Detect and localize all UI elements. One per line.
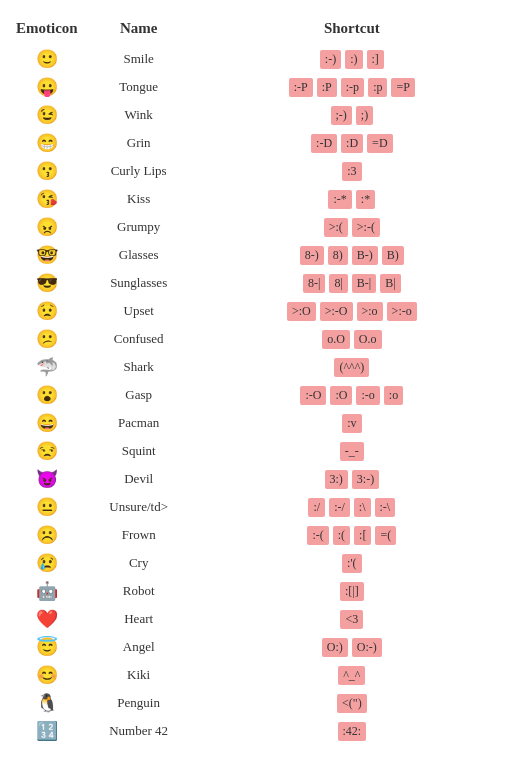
shortcut-cell: :-*:*: [194, 185, 510, 213]
shortcut-box: :]: [367, 50, 384, 69]
shortcut-cell: <3: [194, 605, 510, 633]
shortcut-box: >:O: [287, 302, 316, 321]
shortcut-box: :/: [308, 498, 325, 517]
header-emoticon: Emoticon: [10, 16, 84, 45]
emoticon-cell: ❤️: [10, 605, 84, 633]
shortcut-box: 8|: [329, 274, 347, 293]
emoticon-cell: 😁: [10, 129, 84, 157]
shortcut-cell: o.OO.o: [194, 325, 510, 353]
name-cell: Unsure/td>: [84, 493, 194, 521]
shortcut-cell: 3:)3:-): [194, 465, 510, 493]
emoticon-cell: 🤓: [10, 241, 84, 269]
shortcut-box: :-P: [289, 78, 313, 97]
emoticon-cell: 😎: [10, 269, 84, 297]
emoticon-cell: 😗: [10, 157, 84, 185]
shortcut-cell: :-O:O:-o:o: [194, 381, 510, 409]
shortcut-box: =P: [391, 78, 414, 97]
name-cell: Robot: [84, 577, 194, 605]
shortcut-box: B): [382, 246, 404, 265]
shortcut-box: =(: [375, 526, 396, 545]
emoticon-cell: 😠: [10, 213, 84, 241]
table-row: 😁Grin:-D:D=D: [10, 129, 510, 157]
header-shortcut: Shortcut: [194, 16, 510, 45]
shortcut-cell: -_-: [194, 437, 510, 465]
shortcut-box: :-\: [375, 498, 396, 517]
shortcut-box: O:): [322, 638, 348, 657]
emoticon-cell: 🐧: [10, 689, 84, 717]
table-row: 😐Unsure/td>:/:-/:\:-\: [10, 493, 510, 521]
table-row: 😈Devil3:)3:-): [10, 465, 510, 493]
emoticon-cell: 🤖: [10, 577, 84, 605]
name-cell: Kiss: [84, 185, 194, 213]
name-cell: Glasses: [84, 241, 194, 269]
emoticon-cell: 🔢: [10, 717, 84, 745]
shortcut-cell: >:(>:-(: [194, 213, 510, 241]
shortcut-box: :-): [320, 50, 341, 69]
shortcut-box: :-O: [300, 386, 326, 405]
emoticon-cell: 😉: [10, 101, 84, 129]
name-cell: Wink: [84, 101, 194, 129]
name-cell: Pacman: [84, 409, 194, 437]
emoticon-cell: 😮: [10, 381, 84, 409]
emoticon-cell: 😘: [10, 185, 84, 213]
shortcut-box: =D: [367, 134, 392, 153]
emoticon-cell: ☹️: [10, 521, 84, 549]
name-cell: Curly Lips: [84, 157, 194, 185]
name-cell: Devil: [84, 465, 194, 493]
table-row: 😟Upset>:O>:-O>:o>:-o: [10, 297, 510, 325]
table-row: 😎Sunglasses8-|8|B-|B|: [10, 269, 510, 297]
shortcut-box: ^_^: [338, 666, 365, 685]
name-cell: Kiki: [84, 661, 194, 689]
shortcut-cell: :v: [194, 409, 510, 437]
shortcut-cell: :-(:(:[=(: [194, 521, 510, 549]
shortcut-box: 8-|: [303, 274, 325, 293]
shortcut-box: <("): [337, 694, 367, 713]
shortcut-cell: >:O>:-O>:o>:-o: [194, 297, 510, 325]
shortcut-box: :o: [384, 386, 403, 405]
table-row: ☹️Frown:-(:(:[=(: [10, 521, 510, 549]
name-cell: Heart: [84, 605, 194, 633]
emoticon-cell: 😄: [10, 409, 84, 437]
name-cell: Penguin: [84, 689, 194, 717]
name-cell: Squint: [84, 437, 194, 465]
shortcut-box: :42:: [338, 722, 367, 741]
shortcut-box: >:(: [324, 218, 348, 237]
shortcut-box: ;-): [331, 106, 352, 125]
shortcut-box: :-D: [311, 134, 337, 153]
shortcut-box: 3:): [325, 470, 348, 489]
table-row: 😠Grumpy>:(>:-(: [10, 213, 510, 241]
shortcut-cell: 8-|8|B-|B|: [194, 269, 510, 297]
table-row: 😊Kiki^_^: [10, 661, 510, 689]
shortcut-box: >:-(: [352, 218, 380, 237]
shortcut-box: :(: [333, 526, 350, 545]
emoticon-cell: 😛: [10, 73, 84, 101]
shortcut-box: :\: [354, 498, 371, 517]
table-row: 🤓Glasses8-)8)B-)B): [10, 241, 510, 269]
name-cell: Angel: [84, 633, 194, 661]
shortcut-box: B|: [380, 274, 400, 293]
shortcut-box: <3: [340, 610, 363, 629]
shortcut-box: :-p: [341, 78, 364, 97]
table-row: 😒Squint-_-: [10, 437, 510, 465]
shortcut-box: :v: [342, 414, 361, 433]
shortcut-box: :D: [341, 134, 363, 153]
name-cell: Grumpy: [84, 213, 194, 241]
shortcut-box: :3: [342, 162, 361, 181]
emoticon-cell: 😊: [10, 661, 84, 689]
emoticon-cell: 😒: [10, 437, 84, 465]
shortcut-cell: ^_^: [194, 661, 510, 689]
emoticon-cell: 😐: [10, 493, 84, 521]
shortcut-box: :): [345, 50, 362, 69]
shortcut-cell: :'(: [194, 549, 510, 577]
table-row: 😇AngelO:)O:-): [10, 633, 510, 661]
name-cell: Cry: [84, 549, 194, 577]
shortcut-box: :p: [368, 78, 387, 97]
name-cell: Grin: [84, 129, 194, 157]
shortcut-box: :-/: [329, 498, 350, 517]
shortcut-cell: <("): [194, 689, 510, 717]
table-row: 😘Kiss:-*:*: [10, 185, 510, 213]
name-cell: Frown: [84, 521, 194, 549]
emoticon-table: Emoticon Name Shortcut 🙂Smile:-):):]😛Ton…: [10, 16, 510, 745]
emoticon-cell: 😟: [10, 297, 84, 325]
shortcut-cell: O:)O:-): [194, 633, 510, 661]
